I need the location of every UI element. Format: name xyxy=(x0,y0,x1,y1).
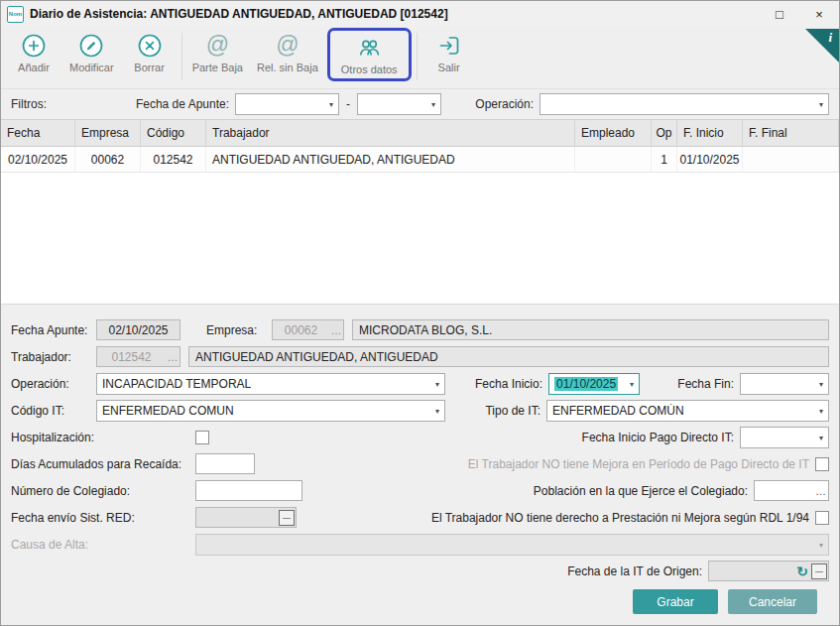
derecho-prestacion-label: El Trabajador NO tiene derecho a Prestac… xyxy=(431,511,809,525)
refresh-icon[interactable]: ↻ xyxy=(796,564,808,578)
calendar-button[interactable]: — xyxy=(279,510,295,526)
toolbar: Añadir Modificar Borrar @ Parte Baja @ R… xyxy=(1,27,839,88)
chevron-down-icon: ▾ xyxy=(819,379,823,388)
cancelar-button[interactable]: Cancelar xyxy=(728,589,817,614)
form-row: Causa de Alta: ▾ xyxy=(11,531,829,558)
empresa-code-field: 00062 … xyxy=(272,319,344,340)
column-header[interactable]: Op xyxy=(652,120,677,146)
codigo-it-value: ENFERMEDAD COMUN xyxy=(102,404,234,418)
toolbar-button-salir[interactable]: Salir xyxy=(420,30,478,73)
filter-fecha-desde-combo[interactable]: ▾ xyxy=(235,93,339,115)
fecha-fin-combo[interactable]: ▾ xyxy=(740,373,829,395)
cell-op: 1 xyxy=(652,147,677,172)
toolbar-button-label: Salir xyxy=(438,62,460,73)
fecha-envio-red-field[interactable]: — xyxy=(195,507,297,528)
column-header[interactable]: F. Inicio xyxy=(677,120,743,146)
chevron-down-icon: ▾ xyxy=(819,433,823,441)
hospitalizacion-checkbox[interactable] xyxy=(195,431,209,444)
filter-fecha-hasta-combo[interactable]: ▾ xyxy=(357,93,441,115)
date-range-separator: - xyxy=(346,97,350,111)
empresa-lookup-button[interactable]: … xyxy=(329,324,343,336)
toolbar-button-borrar[interactable]: Borrar xyxy=(121,30,179,73)
annotation-highlight-box: Otros datos xyxy=(327,28,412,81)
causa-alta-combo: ▾ xyxy=(195,534,829,556)
operacion-label: Operación: xyxy=(11,377,96,391)
chevron-down-icon: ▾ xyxy=(329,100,333,109)
mejora-pago-directo-checkbox[interactable] xyxy=(815,457,829,471)
dias-acumulados-input[interactable] xyxy=(195,453,255,474)
close-button[interactable]: × xyxy=(799,1,839,27)
toolbar-button-otros-datos[interactable]: Otros datos xyxy=(334,32,405,75)
derecho-prestacion-checkbox[interactable] xyxy=(815,511,829,525)
toolbar-button-label: Parte Baja xyxy=(192,62,243,73)
fecha-inicio-combo[interactable]: 01/10/2025 ▾ xyxy=(548,373,640,395)
grid-empty-area xyxy=(1,173,839,304)
column-header[interactable]: Código xyxy=(141,120,206,146)
filter-operacion-combo[interactable]: ▾ xyxy=(540,93,829,115)
poblacion-lookup-button[interactable]: … xyxy=(813,485,828,497)
cell-f-final xyxy=(743,147,839,172)
toolbar-button-modificar[interactable]: Modificar xyxy=(62,30,121,73)
toolbar-button-parte-baja[interactable]: @ Parte Baja xyxy=(185,30,250,73)
operacion-combo[interactable]: INCAPACIDAD TEMPORAL ▾ xyxy=(96,373,445,395)
toolbar-button-rel-sin-baja[interactable]: @ Rel. sin Baja xyxy=(250,30,325,73)
cell-empresa: 00062 xyxy=(75,147,141,172)
window-title: Diario de Asistencia: ANTIGUEDAD ANTIGUE… xyxy=(30,7,448,21)
info-icon: i xyxy=(828,30,832,46)
table-row[interactable]: 02/10/2025 00062 012542 ANTIGUEDAD ANTIG… xyxy=(1,147,839,173)
toolbar-button-anadir[interactable]: Añadir xyxy=(5,30,62,73)
cell-empleado xyxy=(575,147,652,172)
numero-colegiado-input[interactable] xyxy=(195,480,302,501)
filter-operacion-label: Operación: xyxy=(475,97,534,111)
toolbar-button-label: Añadir xyxy=(18,62,50,73)
fecha-inicio-label: Fecha Inicio: xyxy=(475,377,542,391)
fecha-inicio-pago-directo-combo[interactable]: ▾ xyxy=(740,427,829,448)
empresa-name-field: MICRODATA BLOG, S.L. xyxy=(352,319,829,340)
grabar-button[interactable]: Grabar xyxy=(633,589,718,614)
calendar-button[interactable]: — xyxy=(811,563,827,579)
form-row: Trabajador: 012542 … ANTIGUEDAD ANTIGUED… xyxy=(11,343,829,370)
detail-form: Fecha Apunte: 02/10/2025 Empresa: 00062 … xyxy=(1,304,839,586)
column-header[interactable]: Empresa xyxy=(75,120,141,146)
tipo-it-label: Tipo de IT: xyxy=(485,404,540,418)
codigo-it-label: Código IT: xyxy=(11,404,96,418)
column-header[interactable]: Empleado xyxy=(575,120,652,146)
fecha-inicio-value: 01/10/2025 xyxy=(554,377,618,391)
column-header[interactable]: Trabajador xyxy=(206,120,575,146)
chevron-down-icon: ▾ xyxy=(435,379,439,388)
cell-trabajador: ANTIGUEDAD ANTIGUEDAD, ANTIGUEDAD xyxy=(206,147,575,172)
chevron-down-icon: ▾ xyxy=(819,540,823,549)
maximize-button[interactable]: □ xyxy=(760,1,799,27)
toolbar-button-label: Otros datos xyxy=(341,63,398,75)
window-controls: □ × xyxy=(760,1,839,27)
delete-circle-icon xyxy=(137,33,163,59)
fecha-it-origen-field[interactable]: ↻ — xyxy=(708,561,829,581)
titlebar[interactable]: Nom Diario de Asistencia: ANTIGUEDAD ANT… xyxy=(1,1,839,27)
form-row: Días Acumulados para Recaída: El Trabaja… xyxy=(11,450,829,477)
trabajador-lookup-button[interactable]: … xyxy=(166,351,180,363)
form-row: Operación: INCAPACIDAD TEMPORAL ▾ Fecha … xyxy=(11,370,829,397)
edit-circle-icon xyxy=(78,33,104,59)
numero-colegiado-label: Número de Colegiado: xyxy=(11,484,195,498)
cell-fecha: 02/10/2025 xyxy=(1,147,75,172)
column-header[interactable]: Fecha xyxy=(1,120,75,146)
chevron-down-icon: ▾ xyxy=(435,406,439,415)
at-sign-icon: @ xyxy=(204,33,230,59)
cell-f-inicio: 01/10/2025 xyxy=(677,147,743,172)
toolbar-separator xyxy=(417,33,418,80)
tipo-it-combo[interactable]: ENFERMEDAD COMÚN ▾ xyxy=(546,400,829,422)
filter-fecha-apunte-label: Fecha de Apunte: xyxy=(100,97,229,111)
cell-codigo: 012542 xyxy=(141,147,206,172)
trabajador-code-value: 012542 xyxy=(97,350,166,364)
column-header[interactable]: F. Final xyxy=(743,120,839,146)
info-corner-ribbon[interactable]: i xyxy=(805,29,839,63)
exit-door-icon xyxy=(436,33,462,59)
trabajador-name-field: ANTIGUEDAD ANTIGUEDAD, ANTIGUEDAD xyxy=(188,346,829,367)
toolbar-separator xyxy=(181,33,182,80)
empresa-label: Empresa: xyxy=(206,323,264,337)
poblacion-colegiado-field[interactable]: … xyxy=(754,480,829,501)
calendar-icon: — xyxy=(283,514,291,522)
chevron-down-icon: ▾ xyxy=(819,100,823,109)
codigo-it-combo[interactable]: ENFERMEDAD COMUN ▾ xyxy=(96,400,445,422)
at-sign-icon: @ xyxy=(275,33,300,59)
